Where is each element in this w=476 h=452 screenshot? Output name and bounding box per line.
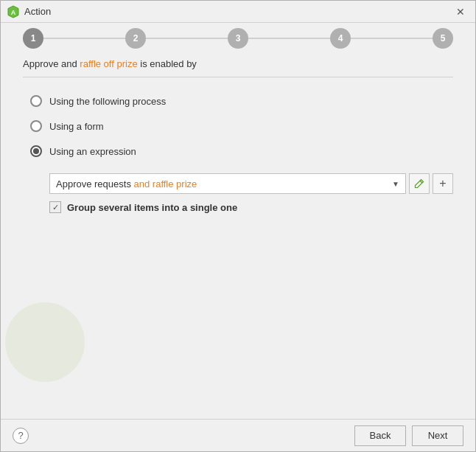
add-button[interactable]: + [433, 173, 453, 194]
edit-button[interactable] [409, 173, 430, 194]
option-form[interactable]: Using a form [30, 120, 453, 132]
option-expression[interactable]: Using an expression [30, 145, 453, 157]
close-button[interactable]: ✕ [452, 3, 469, 21]
content-wrapper: 1 2 3 4 5 [1, 23, 475, 419]
footer-left: ? [13, 428, 354, 444]
help-icon: ? [18, 430, 23, 441]
footer: ? Back Next [1, 419, 475, 451]
help-button[interactable]: ? [13, 428, 29, 444]
edit-icon [414, 178, 424, 189]
dropdown-highlight: and raffle prize [134, 178, 197, 190]
dropdown-row: Approve requests and raffle prize ▼ + [49, 173, 453, 194]
radio-process[interactable] [30, 95, 42, 107]
options-area: Using the following process Using a form… [23, 80, 453, 220]
group-items-label: Group several items into a single one [67, 202, 237, 213]
step-4[interactable]: 4 [330, 28, 351, 49]
window-title: Action [24, 6, 452, 17]
dropdown-chevron-icon: ▼ [392, 180, 399, 188]
expression-dropdown[interactable]: Approve requests and raffle prize ▼ [49, 173, 406, 194]
svg-line-3 [420, 181, 422, 183]
option-form-label: Using a form [49, 121, 104, 132]
checkbox-row[interactable]: Group several items into a single one [49, 201, 453, 213]
group-items-checkbox[interactable] [49, 201, 61, 213]
stepper: 1 2 3 4 5 [1, 23, 475, 46]
dropdown-text: Approve requests and raffle prize [56, 178, 389, 190]
back-button[interactable]: Back [354, 425, 406, 446]
section-title: Approve and raffle off prize is enabled … [23, 58, 453, 77]
titlebar: A Action ✕ [1, 1, 475, 23]
expression-subsection: Approve requests and raffle prize ▼ + [49, 173, 453, 213]
option-process-label: Using the following process [49, 96, 166, 107]
stepper-line: 1 2 3 4 5 [23, 38, 453, 39]
titlebar-icon: A [7, 5, 20, 18]
step-1[interactable]: 1 [23, 28, 43, 49]
step-5[interactable]: 5 [433, 28, 453, 49]
next-button[interactable]: Next [412, 425, 463, 446]
option-process[interactable]: Using the following process [30, 95, 453, 107]
radio-form[interactable] [30, 120, 42, 132]
main-content: Approve and raffle off prize is enabled … [1, 46, 475, 419]
svg-text:A: A [11, 9, 16, 16]
stepper-steps: 1 2 3 4 5 [23, 28, 453, 49]
main-window: A Action ✕ 1 2 3 [0, 0, 476, 452]
step-2[interactable]: 2 [125, 28, 146, 49]
add-icon: + [439, 178, 446, 190]
step-3[interactable]: 3 [228, 28, 248, 49]
footer-right: Back Next [354, 425, 463, 446]
radio-expression[interactable] [30, 145, 42, 157]
option-expression-label: Using an expression [49, 146, 136, 157]
